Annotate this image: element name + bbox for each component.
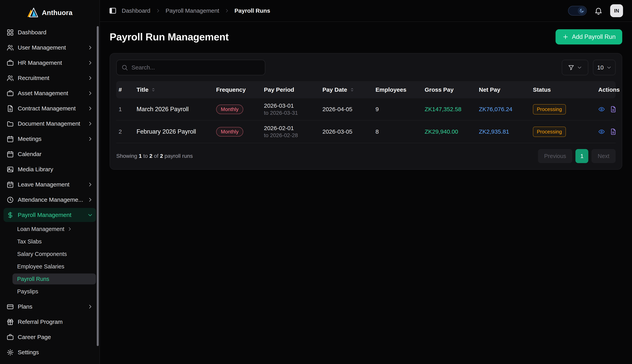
- actions-cell: [596, 106, 619, 112]
- results-summary: Showing 1 to 2 of 2 payroll runs: [116, 153, 193, 159]
- breadcrumb-payroll-runs: Payroll Runs: [234, 8, 270, 14]
- gear-icon: [7, 349, 14, 356]
- chevron-right-icon: [67, 226, 72, 232]
- submenu-item-employee-salaries[interactable]: Employee Salaries: [12, 261, 96, 272]
- table-row: 1 March 2026 Payroll Monthly 2026-03-01 …: [116, 98, 616, 120]
- submenu-item-loan-management[interactable]: Loan Management: [12, 224, 96, 234]
- sidebar-item-label: Plans: [18, 303, 32, 310]
- pay-date: 2026-04-05: [320, 106, 373, 112]
- sidebar-item-leave-management[interactable]: Leave Management: [4, 178, 96, 192]
- dashboard-icon: [7, 29, 14, 36]
- gross-pay: ZK147,352.58: [422, 106, 476, 112]
- notifications-bell-icon[interactable]: [594, 6, 603, 15]
- submenu-item-label: Employee Salaries: [17, 263, 64, 270]
- pagination: Previous 1 Next: [538, 149, 616, 163]
- main-area: Dashboard Payroll Management Payroll Run…: [100, 0, 632, 364]
- payroll-runs-card: 10 # Title Frequency Pay Period: [110, 53, 622, 170]
- sidebar-item-attendance-management[interactable]: Attendance Manageme...: [4, 193, 96, 207]
- calendar-icon: [7, 136, 14, 142]
- sidebar-item-referral-program[interactable]: Referral Program: [4, 315, 96, 329]
- chevron-right-icon: [88, 182, 93, 187]
- period-end: to 2026-03-31: [264, 110, 318, 116]
- brand-name: Anthuora: [42, 9, 72, 16]
- sidebar-item-plans[interactable]: Plans: [4, 300, 96, 314]
- row-index: 1: [116, 106, 134, 112]
- pay-date: 2026-03-05: [320, 128, 373, 135]
- app-root: Anthuora Dashboard User Management HR Ma…: [0, 0, 632, 364]
- column-header-gross-pay: Gross Pay: [422, 86, 476, 93]
- add-payroll-run-button[interactable]: Add Payroll Run: [556, 29, 622, 44]
- users-icon: [7, 74, 14, 82]
- breadcrumb: Dashboard Payroll Management Payroll Run…: [109, 7, 270, 15]
- search-input[interactable]: [132, 64, 260, 71]
- chevron-right-icon: [88, 75, 93, 81]
- sidebar-toggle-icon[interactable]: [109, 7, 117, 15]
- column-header-frequency: Frequency: [214, 86, 262, 93]
- filter-funnel-icon: [568, 64, 574, 70]
- brand-logo-icon: [27, 7, 38, 18]
- breadcrumb-payroll-management[interactable]: Payroll Management: [166, 8, 219, 14]
- submenu-item-label: Salary Components: [17, 251, 67, 257]
- sidebar-item-asset-management[interactable]: Asset Management: [4, 86, 96, 100]
- chevron-right-icon: [88, 136, 93, 142]
- theme-toggle[interactable]: [568, 6, 587, 16]
- sidebar-item-user-management[interactable]: User Management: [4, 40, 96, 54]
- payroll-submenu: Loan Management Tax Slabs Salary Compone…: [4, 223, 96, 300]
- submenu-item-payslips[interactable]: Payslips: [12, 286, 96, 297]
- sidebar-item-label: Calendar: [18, 151, 42, 158]
- pay-period-cell: 2026-02-01 to 2026-02-28: [262, 125, 320, 138]
- user-avatar[interactable]: IN: [610, 4, 623, 17]
- payslip-document-icon[interactable]: [610, 128, 616, 135]
- status-cell: Processing: [530, 104, 596, 114]
- column-header-title[interactable]: Title: [134, 86, 214, 93]
- sidebar-scrollbar[interactable]: [97, 26, 99, 346]
- table-row: 2 February 2026 Payroll Monthly 2026-02-…: [116, 120, 616, 143]
- column-header-pay-date[interactable]: Pay Date: [320, 86, 373, 93]
- chevron-down-icon: [606, 65, 612, 70]
- next-page-button[interactable]: Next: [592, 149, 616, 163]
- summary-to: 2: [150, 153, 152, 159]
- sidebar-item-contract-management[interactable]: Contract Management: [4, 102, 96, 116]
- sidebar-item-payroll-management[interactable]: Payroll Management: [4, 208, 96, 222]
- moon-icon: [578, 7, 586, 15]
- sidebar-item-recruitment[interactable]: Recruitment: [4, 71, 96, 85]
- submenu-item-payroll-runs[interactable]: Payroll Runs: [12, 274, 96, 284]
- row-index: 2: [116, 128, 134, 135]
- frequency-badge: Monthly: [216, 104, 243, 114]
- sidebar-item-document-management[interactable]: Document Management: [4, 117, 96, 131]
- file-text-icon: [7, 105, 14, 112]
- column-header-actions: Actions: [596, 86, 622, 93]
- sidebar-item-dashboard[interactable]: Dashboard: [4, 25, 96, 40]
- filter-button[interactable]: [562, 60, 588, 75]
- chevron-right-icon: [88, 304, 93, 310]
- summary-text: to: [143, 153, 148, 159]
- previous-page-button[interactable]: Previous: [538, 149, 572, 163]
- view-eye-icon[interactable]: [598, 128, 605, 135]
- search-icon: [121, 64, 128, 71]
- submenu-item-tax-slabs[interactable]: Tax Slabs: [12, 236, 96, 247]
- current-page-button[interactable]: 1: [576, 149, 588, 163]
- period-start: 2026-02-01: [264, 125, 318, 132]
- summary-text: of: [154, 153, 158, 159]
- payslip-document-icon[interactable]: [610, 106, 616, 112]
- sidebar-item-settings[interactable]: Settings: [4, 345, 96, 359]
- pay-period-cell: 2026-03-01 to 2026-03-31: [262, 102, 320, 116]
- submenu-item-salary-components[interactable]: Salary Components: [12, 248, 96, 260]
- sidebar-item-hr-management[interactable]: HR Management: [4, 56, 96, 70]
- view-eye-icon[interactable]: [598, 106, 605, 112]
- net-pay: ZK76,076.24: [476, 106, 530, 112]
- summary-text: payroll runs: [165, 153, 193, 159]
- sidebar-item-label: Dashboard: [18, 29, 46, 36]
- credit-card-icon: [7, 303, 14, 310]
- page-size-select[interactable]: 10: [593, 60, 616, 75]
- chevron-right-icon: [88, 45, 93, 50]
- sidebar-item-label: Asset Management: [18, 90, 68, 96]
- sidebar-item-calendar[interactable]: Calendar: [4, 147, 96, 161]
- gift-icon: [7, 318, 14, 326]
- sidebar-item-media-library[interactable]: Media Library: [4, 162, 96, 176]
- sidebar-item-career-page[interactable]: Career Page: [4, 330, 96, 344]
- gross-pay: ZK29,940.00: [422, 128, 476, 135]
- sidebar-item-meetings[interactable]: Meetings: [4, 132, 96, 146]
- breadcrumb-dashboard[interactable]: Dashboard: [122, 8, 150, 14]
- sort-icon: [350, 87, 354, 92]
